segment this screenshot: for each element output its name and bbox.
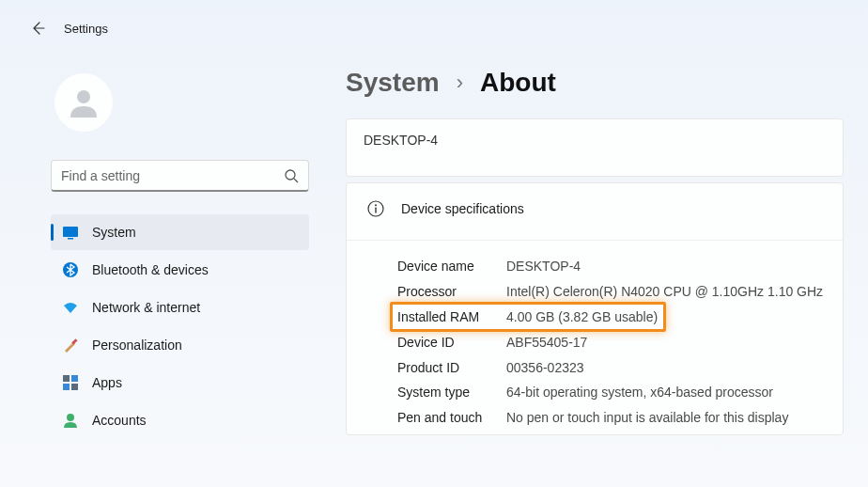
- sidebar-item-apps[interactable]: Apps: [51, 365, 309, 401]
- spec-row-installed-ram: Installed RAM 4.00 GB (3.82 GB usable): [397, 305, 843, 330]
- chevron-right-icon: ›: [457, 71, 463, 95]
- back-button[interactable]: [28, 19, 47, 38]
- brush-icon: [62, 337, 79, 353]
- spec-label: Installed RAM: [397, 308, 506, 326]
- spec-value: 64-bit operating system, x64-based proce…: [506, 384, 773, 401]
- device-name-text: DESKTOP-4: [364, 133, 826, 148]
- breadcrumb: System › About: [346, 68, 844, 98]
- svg-point-0: [77, 90, 90, 103]
- sidebar-item-label: Network & internet: [92, 300, 200, 315]
- spec-label: Device ID: [397, 334, 506, 352]
- spec-label: System type: [397, 384, 506, 401]
- sidebar-item-label: Bluetooth & devices: [92, 262, 209, 277]
- user-icon: [67, 86, 101, 119]
- svg-line-2: [294, 179, 298, 182]
- sidebar-item-accounts[interactable]: Accounts: [51, 402, 309, 438]
- settings-window: Settings: [0, 0, 868, 487]
- sidebar-item-network[interactable]: Network & internet: [51, 290, 309, 325]
- spec-row-device-name: Device name DESKTOP-4: [397, 254, 843, 279]
- search-icon: [284, 168, 299, 183]
- window-header: Settings: [0, 11, 868, 45]
- info-icon: [367, 200, 384, 217]
- spec-label: Processor: [397, 283, 506, 301]
- spec-row-processor: Processor Intel(R) Celeron(R) N4020 CPU …: [397, 279, 843, 305]
- main-content: System › About DESKTOP-4 Device specific…: [319, 45, 851, 476]
- sidebar-item-label: Apps: [92, 375, 122, 390]
- sidebar-item-label: Personalization: [92, 338, 182, 353]
- svg-point-13: [375, 204, 377, 206]
- spec-row-system-type: System type 64-bit operating system, x64…: [397, 380, 843, 405]
- sidebar-item-label: System: [92, 225, 136, 240]
- spec-value: ABF55405-17: [506, 334, 587, 352]
- specs-header: Device specifications: [347, 183, 843, 241]
- person-icon: [62, 412, 79, 429]
- spec-value: 4.00 GB (3.82 GB usable): [506, 308, 658, 326]
- svg-rect-8: [71, 375, 78, 382]
- arrow-left-icon: [30, 21, 45, 36]
- bluetooth-icon: [62, 261, 79, 278]
- sidebar-item-personalization[interactable]: Personalization: [51, 327, 309, 363]
- search-input-container[interactable]: [51, 160, 309, 192]
- svg-rect-4: [68, 238, 73, 240]
- svg-rect-3: [63, 227, 78, 237]
- svg-rect-10: [71, 384, 78, 390]
- sidebar-item-bluetooth[interactable]: Bluetooth & devices: [51, 252, 309, 288]
- svg-point-1: [286, 170, 295, 180]
- svg-rect-14: [375, 208, 376, 213]
- specs-title: Device specifications: [401, 201, 524, 216]
- specs-body: Device name DESKTOP-4 Processor Intel(R)…: [347, 241, 843, 434]
- sidebar-item-label: Accounts: [92, 413, 147, 428]
- sidebar: System Bluetooth & devices Network & int…: [17, 45, 319, 476]
- wifi-icon: [62, 299, 79, 316]
- breadcrumb-parent[interactable]: System: [346, 68, 440, 98]
- apps-icon: [62, 374, 79, 391]
- user-avatar[interactable]: [54, 73, 113, 132]
- spec-label: Device name: [397, 258, 506, 275]
- spec-row-pen-touch: Pen and touch No pen or touch input is a…: [397, 405, 843, 431]
- spec-label: Product ID: [397, 359, 506, 377]
- spec-label: Pen and touch: [397, 409, 506, 427]
- display-icon: [62, 224, 79, 241]
- spec-row-product-id: Product ID 00356-02323: [397, 355, 843, 381]
- svg-rect-7: [63, 375, 70, 382]
- nav-list: System Bluetooth & devices Network & int…: [51, 214, 306, 438]
- spec-value: DESKTOP-4: [506, 258, 581, 275]
- svg-rect-9: [63, 384, 70, 390]
- spec-value: No pen or touch input is available for t…: [506, 409, 788, 427]
- search-input[interactable]: [61, 168, 284, 183]
- page-title: About: [480, 68, 556, 98]
- spec-row-device-id: Device ID ABF55405-17: [397, 330, 843, 355]
- app-title: Settings: [64, 22, 108, 36]
- device-name-card: DESKTOP-4: [346, 118, 844, 177]
- spec-value: 00356-02323: [506, 359, 584, 377]
- sidebar-item-system[interactable]: System: [51, 214, 309, 250]
- spec-value: Intel(R) Celeron(R) N4020 CPU @ 1.10GHz …: [506, 283, 823, 301]
- svg-point-11: [67, 414, 74, 421]
- device-specifications-card[interactable]: Device specifications Device name DESKTO…: [346, 182, 844, 435]
